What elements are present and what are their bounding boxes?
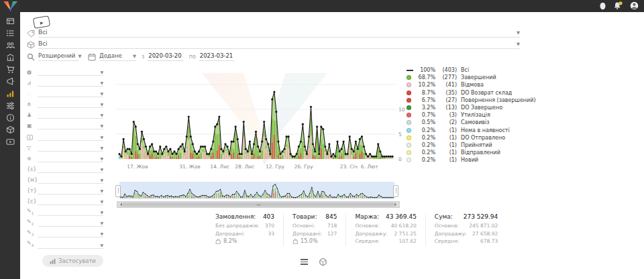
orders-chart[interactable]: 051017. Жов31. Жов14. Лис28. Лис12. Гру2… — [109, 62, 411, 173]
legend-item[interactable]: 0.5%(2)Самовивіз — [407, 119, 536, 126]
package-select[interactable]: ▼ — [38, 123, 103, 129]
legend-label: DO Отправлено — [461, 135, 505, 141]
var-c-select[interactable]: ▼ — [38, 199, 103, 205]
search-icon[interactable] — [27, 53, 38, 61]
legend-item[interactable]: 0.2%(1)Відправлений — [407, 149, 536, 156]
scroll-right-icon[interactable] — [394, 203, 398, 207]
sidebar-item-dashboard[interactable] — [5, 17, 15, 25]
package-view-icon[interactable] — [319, 258, 327, 266]
var-m-select[interactable]: ▼ — [38, 178, 103, 184]
money-select[interactable]: ▼ — [38, 135, 103, 141]
product-select[interactable]: Всі ▼ — [38, 40, 520, 49]
user-presence-icon[interactable] — [599, 1, 606, 10]
funnel-select[interactable]: ▼ — [38, 146, 103, 152]
avatar[interactable] — [630, 1, 639, 10]
navigator-left-handle[interactable] — [115, 185, 121, 197]
upsell-bag-icon — [292, 238, 299, 244]
legend-count: (1) — [439, 142, 457, 148]
sidebar-item-customers[interactable] — [5, 41, 15, 50]
group-select[interactable]: Всі ▼ — [38, 29, 520, 38]
sidebar-item-info[interactable] — [5, 113, 15, 122]
sidebar-item-video[interactable] — [5, 137, 15, 146]
legend-item[interactable]: 8.7%(35)DO Возврат склад — [407, 89, 536, 97]
chevron-down-icon: ▼ — [78, 54, 81, 59]
notifications-bell-icon[interactable] — [613, 1, 623, 10]
legend-item[interactable]: 0.2%(1)Новий — [407, 156, 536, 164]
video-hint-icon[interactable]: ▶ — [33, 15, 50, 29]
legend-percent: 10.2% — [415, 82, 435, 88]
custom-4-select[interactable]: ▼ — [38, 243, 103, 249]
legend-item[interactable]: 0.2%(1)DO Отправлено — [407, 134, 536, 142]
globe-icon: ⊕ — [27, 156, 38, 162]
scroll-left-icon[interactable] — [118, 203, 122, 207]
legend-item[interactable]: 0.2%(1)Нема в наявності — [407, 127, 536, 134]
filter-row-disabled: ◌▼ — [27, 89, 103, 97]
navigator-right-handle[interactable] — [393, 185, 398, 197]
filter-row-custom-4: ✎4▼ — [27, 241, 103, 249]
upsell-share-badge: 8.2% — [215, 238, 274, 244]
legend-percent: 6.7% — [415, 97, 435, 103]
chart-navigator[interactable] — [119, 182, 394, 199]
legend-color-swatch — [407, 120, 411, 125]
sidebar-item-statistics[interactable] — [5, 89, 15, 98]
hierarchy-select[interactable]: ▼ — [38, 102, 103, 108]
legend-item[interactable]: 10.2%(41)Відмова — [407, 81, 536, 89]
person-select[interactable]: ▼ — [38, 113, 103, 119]
legend-item[interactable]: 0.2%(1)Прийнятий — [407, 142, 536, 149]
app-logo[interactable] — [3, 1, 18, 12]
apply-button-label: Застосувати — [58, 258, 96, 264]
legend-label: Утилізація — [461, 112, 490, 118]
var-t-select[interactable]: ▼ — [38, 188, 103, 194]
date-field-value: Додане — [99, 52, 122, 59]
chevron-down-icon: ▼ — [100, 231, 103, 236]
date-to-input[interactable]: 2023-03-21 — [199, 52, 235, 61]
legend-item[interactable]: 6.7%(27)Повернення (завершений) — [407, 97, 536, 104]
sidebar-item-campaigns[interactable] — [5, 77, 15, 86]
stat-subrow: Без допродажів:370 — [215, 223, 274, 229]
stat-column: Товари:845Основні:718Допродані:12715.0% — [283, 213, 345, 246]
chart-bars-icon — [50, 258, 56, 264]
chart-legend: 100%(403)Всі68.7%(277)Завершений10.2%(41… — [407, 66, 536, 164]
legend-color-swatch — [407, 91, 411, 95]
legend-item[interactable]: 3.2%(13)DO Завершено — [407, 104, 536, 111]
filter-sidebar: ◍▼⊿▼◌▼⋔▼♟▼▣▼$▼▽▼⊕▼{s}▼{м}▼{т}▼{с}▼✎1▼✎2▼… — [27, 68, 103, 252]
custom-1-select[interactable]: ▼ — [38, 210, 103, 216]
custom-2-icon: ✎2 — [27, 219, 38, 227]
legend-count: (403) — [439, 67, 457, 73]
date-field-select[interactable]: Додане ▼ — [99, 52, 136, 61]
sidebar-item-products[interactable] — [5, 125, 15, 134]
disabled-icon: ◌ — [27, 91, 38, 97]
sidebar-item-settings[interactable] — [5, 101, 15, 110]
legend-item[interactable]: 68.7%(277)Завершений — [407, 74, 536, 81]
stat-value: 43 369.45 — [386, 213, 417, 220]
custom-2-select[interactable]: ▼ — [38, 221, 103, 227]
legend-item[interactable]: 0.7%(3)Утилізація — [407, 111, 536, 119]
ruler-select[interactable]: ▼ — [38, 80, 103, 87]
date-from-input[interactable]: 2020-03-20 — [148, 52, 183, 61]
legend-item[interactable]: 100%(403)Всі — [407, 66, 536, 74]
legend-count: (1) — [439, 157, 457, 163]
disabled-select[interactable]: ▼ — [38, 91, 103, 97]
stat-subrow: Середня:107.62 — [355, 238, 416, 244]
search-mode-select[interactable]: Розширений ▼ — [38, 52, 78, 61]
sidebar-item-store[interactable] — [5, 53, 15, 62]
date-from-label: з — [142, 54, 144, 60]
custom-3-select[interactable]: ▼ — [38, 231, 103, 237]
apply-button[interactable]: Застосувати — [42, 255, 103, 267]
legend-percent: 0.7% — [415, 112, 435, 118]
sidebar-item-orders[interactable] — [5, 29, 15, 38]
main-sidebar — [0, 0, 20, 279]
legend-percent: 8.7% — [415, 90, 435, 96]
list-view-icon[interactable] — [301, 259, 308, 265]
var-s-select[interactable]: ▼ — [38, 167, 103, 173]
chart-scrollbar[interactable] — [117, 201, 400, 208]
scrollbar-thumb[interactable] — [123, 203, 394, 207]
chevron-down-icon: ▼ — [100, 91, 103, 96]
legend-color-swatch — [407, 75, 411, 80]
source-select[interactable]: ▼ — [38, 70, 103, 76]
hierarchy-icon: ⋔ — [27, 101, 38, 108]
stat-column: Маржа:43 369.45Основна:40 618.20Допродаж… — [345, 213, 425, 246]
globe-select[interactable]: ▼ — [38, 156, 103, 162]
sidebar-item-cart[interactable] — [5, 65, 15, 74]
stat-subrow: Основні:718 — [292, 223, 337, 229]
